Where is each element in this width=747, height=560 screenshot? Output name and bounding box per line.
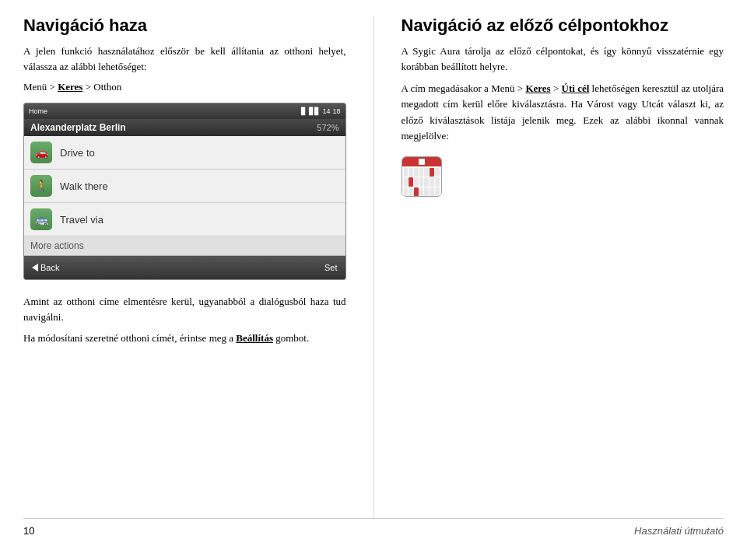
right-column: Navigáció az előző célpontokhoz A Sygic … (402, 16, 724, 518)
bottom-text-1: Amint az otthoni címe elmentésre kerül, … (23, 294, 346, 325)
cal-cell-4 (419, 168, 424, 177)
cal-cell-10 (414, 177, 419, 186)
cal-cell-16 (409, 187, 413, 196)
calendar-icon-container (402, 150, 724, 200)
right-intro: A Sygic Aura tárolja az előző célpontoka… (402, 44, 724, 75)
cal-cell-21 (435, 187, 440, 196)
cal-cell-7 (435, 168, 440, 177)
cal-cell-12 (424, 177, 429, 186)
phone-home-label: Home (29, 107, 47, 115)
cal-cell-19 (424, 187, 429, 196)
cal-cell-3 (414, 168, 419, 177)
travel-icon: 🚌 (35, 213, 48, 226)
menu-prefix: Menü > (23, 81, 58, 93)
cal-cell-18 (419, 187, 424, 196)
bottom-text-2: Ha módosítani szeretné otthoni címét, ér… (23, 331, 346, 346)
cal-cell-13 (430, 177, 434, 186)
phone-status-bar: Home ▊ ▊▊ 14 18 (24, 103, 345, 119)
cal-cell-5 (424, 168, 429, 177)
right-keres: Keres (525, 82, 550, 94)
menu-item-drive[interactable]: 🚗 Drive to (24, 136, 345, 170)
phone-mockup: Home ▊ ▊▊ 14 18 Alexanderplatz Berlin 57… (23, 103, 346, 280)
right-title: Navigáció az előző célpontokhoz (402, 16, 724, 36)
back-arrow-icon (32, 264, 38, 271)
cal-cell-11 (419, 177, 424, 186)
calendar-body (402, 166, 441, 197)
cal-cell-1 (404, 168, 409, 177)
right-body1b: > (551, 82, 562, 94)
drive-icon-box: 🚗 (30, 142, 52, 163)
phone-address-bar: Alexanderplatz Berlin 572% (24, 119, 345, 136)
right-body: A cím megadásakor a Menü > Keres > Úti c… (402, 81, 724, 144)
cal-cell-8 (404, 177, 409, 186)
left-intro: A jelen funkció használatához először be… (23, 44, 346, 75)
calendar-header-dot (419, 159, 425, 165)
cal-cell-15 (404, 187, 409, 196)
menu-suffix: > Otthon (82, 81, 121, 93)
bottom-text-2a: Ha módosítani szeretné otthoni címét, ér… (23, 332, 236, 344)
cal-cell-20 (430, 187, 434, 196)
back-button[interactable]: Back (32, 263, 59, 272)
drive-label: Drive to (60, 147, 95, 159)
car-icon: 🚗 (35, 146, 48, 159)
walk-label: Walk there (60, 180, 108, 192)
phone-status-icons: ▊ ▊▊ 14 18 (301, 107, 340, 115)
more-actions-label: More actions (30, 240, 84, 251)
travel-icon-box: 🚌 (30, 208, 52, 230)
phone-distance: 572% (317, 123, 338, 132)
back-label: Back (40, 263, 59, 272)
cal-cell-9 (409, 177, 413, 186)
calendar-header (402, 157, 441, 166)
right-uticell: Úti cél (562, 82, 590, 94)
footer-label: Használati útmutató (634, 525, 724, 537)
menu-keres: Keres (58, 81, 82, 93)
left-column: Navigáció haza A jelen funkció használat… (23, 16, 346, 518)
cal-cell-17 (414, 187, 419, 196)
page-number: 10 (23, 525, 34, 537)
phone-address: Alexanderplatz Berlin (30, 122, 126, 133)
cal-cell-6 (430, 168, 434, 177)
walk-icon: 🚶 (35, 180, 48, 192)
phone-bottom-bar: Back Set (24, 256, 345, 279)
page-footer: 10 Használati útmutató (23, 518, 724, 537)
bottom-text-2c: gombot. (273, 332, 309, 344)
column-divider (374, 16, 374, 518)
more-actions-row[interactable]: More actions (24, 236, 345, 256)
set-button[interactable]: Set (324, 263, 338, 272)
left-title: Navigáció haza (23, 16, 346, 36)
right-body1: A cím megadásakor a Menü > (402, 82, 526, 94)
walk-icon-box: 🚶 (30, 175, 52, 197)
menu-item-travel[interactable]: 🚌 Travel via (24, 203, 345, 236)
travel-label: Travel via (60, 214, 103, 226)
menu-item-walk[interactable]: 🚶 Walk there (24, 170, 345, 203)
menu-reference: Menü > Keres > Otthon (23, 81, 346, 93)
cal-cell-14 (435, 177, 440, 186)
calendar-icon (402, 156, 442, 197)
cal-cell-2 (409, 168, 413, 177)
settings-bold: Beállítás (236, 332, 273, 344)
